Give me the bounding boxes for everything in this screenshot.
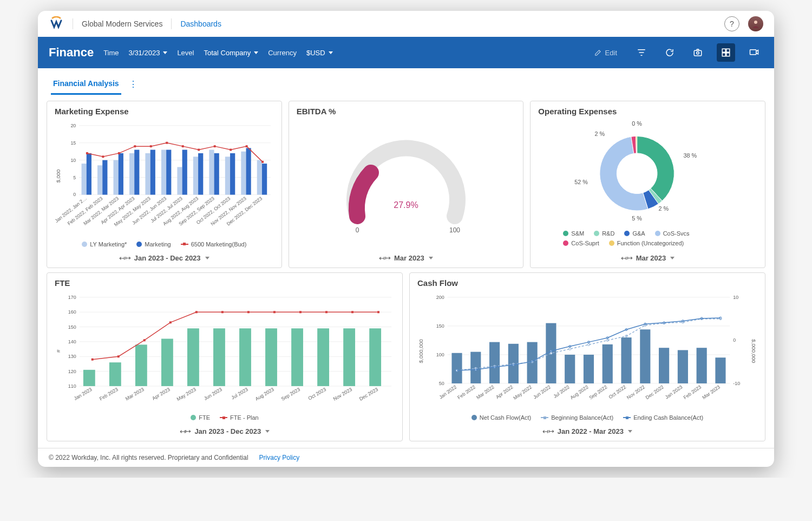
svg-rect-26 xyxy=(193,157,198,194)
svg-rect-33 xyxy=(119,153,123,195)
legend-item: FTE - Plan xyxy=(220,414,259,421)
svg-rect-22 xyxy=(129,153,134,195)
svg-text:#: # xyxy=(55,349,61,353)
svg-text:160: 160 xyxy=(68,309,76,315)
svg-text:10: 10 xyxy=(733,294,738,299)
svg-text:Jul 2022: Jul 2022 xyxy=(552,384,570,399)
filter-icon[interactable] xyxy=(632,43,651,62)
grid-view-icon[interactable] xyxy=(717,43,735,62)
card-footer[interactable]: ↤ ↦Jan 2023 - Dec 2023 xyxy=(47,250,281,268)
card-footer[interactable]: ↤ ↦Jan 2022 - Mar 2023 xyxy=(410,423,765,441)
filter-currency-value[interactable]: $USD xyxy=(306,49,333,57)
svg-text:Mar 2023: Mar 2023 xyxy=(125,386,145,401)
svg-text:110: 110 xyxy=(68,383,76,388)
card-title: EBITDA % xyxy=(289,101,523,118)
card-footer[interactable]: ↤ ↦Jan 2023 - Dec 2023 xyxy=(47,423,402,441)
card-marketing-expense: Marketing Expense 05101520$,000Jan 2022,… xyxy=(47,101,282,268)
legend: Net Cash Flow(Act)Beginning Balance(Act)… xyxy=(410,412,765,423)
camera-icon[interactable] xyxy=(689,43,707,62)
legend-item: Ending Cash Balance(Act) xyxy=(623,414,703,421)
chart-fte: 110120130140150160170#Jan 2023Feb 2023Ma… xyxy=(53,292,397,411)
svg-rect-97 xyxy=(239,328,251,386)
svg-text:0: 0 xyxy=(356,226,359,234)
svg-rect-147 xyxy=(584,354,594,383)
card-footer[interactable]: ↤ ↦Mar 2023 xyxy=(531,250,765,268)
chevron-down-icon xyxy=(329,51,333,54)
legend-item: R&D xyxy=(594,230,614,237)
svg-text:50: 50 xyxy=(439,380,444,386)
svg-text:Jan 2023: Jan 2023 xyxy=(73,386,93,401)
svg-text:May 2023: May 2023 xyxy=(176,386,197,401)
svg-text:Jun 2022: Jun 2022 xyxy=(532,384,552,400)
chevron-down-icon xyxy=(205,257,209,259)
svg-rect-25 xyxy=(177,167,182,194)
svg-rect-93 xyxy=(135,344,147,386)
svg-text:Apr 2022: Apr 2022 xyxy=(495,384,514,400)
svg-text:Jul 2023: Jul 2023 xyxy=(231,386,249,400)
svg-rect-92 xyxy=(109,362,121,386)
legend: FTEFTE - Plan xyxy=(47,412,402,423)
avatar[interactable] xyxy=(748,16,763,31)
legend-item: G&A xyxy=(624,230,645,237)
svg-text:Oct 2022: Oct 2022 xyxy=(608,384,627,400)
help-icon[interactable]: ? xyxy=(724,16,739,31)
svg-text:10: 10 xyxy=(70,158,76,163)
divider xyxy=(73,18,73,29)
svg-text:Jan 2023: Jan 2023 xyxy=(664,384,684,400)
edit-button[interactable]: Edit xyxy=(589,43,623,62)
svg-text:100: 100 xyxy=(449,226,460,234)
svg-text:Dec 2022: Dec 2022 xyxy=(645,384,665,400)
svg-text:200: 200 xyxy=(436,294,444,299)
svg-text:$,000: $,000 xyxy=(55,169,61,183)
svg-rect-140 xyxy=(451,353,462,383)
svg-rect-27 xyxy=(209,150,214,195)
svg-rect-91 xyxy=(83,369,95,386)
svg-rect-3 xyxy=(722,49,725,52)
legend-item: Net Cash Flow(Act) xyxy=(472,414,531,421)
svg-text:Jun 2023: Jun 2023 xyxy=(203,386,223,401)
svg-rect-38 xyxy=(198,153,203,195)
tab-financial-analysis[interactable]: Financial Analysis xyxy=(51,74,121,95)
svg-text:5 %: 5 % xyxy=(632,215,643,222)
chart-gauge: 27.9% 0 100 xyxy=(325,124,487,243)
legend-item: S&M xyxy=(563,230,584,237)
svg-rect-29 xyxy=(241,152,246,195)
copyright: © 2022 Workday, Inc. All rights reserved… xyxy=(49,454,248,461)
filter-currency-label: Currency xyxy=(268,49,297,57)
legend-item: CoS-Svcs xyxy=(655,230,690,237)
breadcrumb-dashboards[interactable]: Dashboards xyxy=(180,19,221,28)
refresh-icon[interactable] xyxy=(660,43,679,62)
arrows-icon: ↤ ↦ xyxy=(621,254,632,262)
svg-rect-94 xyxy=(161,338,173,386)
legend: S&MR&DG&ACoS-SvcsCoS-SuprtFunction (Unca… xyxy=(531,229,765,250)
svg-text:52 %: 52 % xyxy=(575,179,588,185)
present-icon[interactable] xyxy=(745,43,763,62)
svg-rect-40 xyxy=(230,153,235,195)
card-title: Cash Flow xyxy=(410,273,765,290)
arrows-icon: ↤ ↦ xyxy=(119,254,130,262)
svg-rect-37 xyxy=(182,150,187,195)
svg-rect-30 xyxy=(257,160,262,195)
card-title: Marketing Expense xyxy=(47,101,281,118)
filter-time-label: Time xyxy=(103,49,119,57)
svg-rect-1 xyxy=(694,50,702,56)
legend: LY Marketing*Marketing6500 Marketing(Bud… xyxy=(47,239,281,250)
tab-more-icon[interactable]: ⋮ xyxy=(126,79,141,89)
arrows-icon: ↤ ↦ xyxy=(180,427,191,435)
filter-level-label: Level xyxy=(177,49,194,57)
legend-item: Beginning Balance(Act) xyxy=(541,414,613,421)
filter-time-value[interactable]: 3/31/2023 xyxy=(129,49,168,57)
svg-text:Aug 2023: Aug 2023 xyxy=(254,386,275,401)
card-footer[interactable]: ↤ ↦Mar 2023 xyxy=(289,250,523,268)
filter-level-value[interactable]: Total Company xyxy=(204,49,258,57)
svg-text:Feb 2022: Feb 2022 xyxy=(456,384,476,400)
logo-icon xyxy=(49,16,64,31)
chevron-down-icon xyxy=(265,430,270,433)
svg-rect-21 xyxy=(113,160,118,195)
card-cash-flow: Cash Flow 50100150200-10010$,000,000$,00… xyxy=(409,272,765,442)
svg-text:Oct 2023: Oct 2023 xyxy=(307,386,327,401)
svg-text:Nov 2023: Nov 2023 xyxy=(332,386,353,401)
privacy-link[interactable]: Privacy Policy xyxy=(259,454,300,461)
svg-rect-148 xyxy=(603,344,613,383)
svg-point-0 xyxy=(754,21,757,24)
